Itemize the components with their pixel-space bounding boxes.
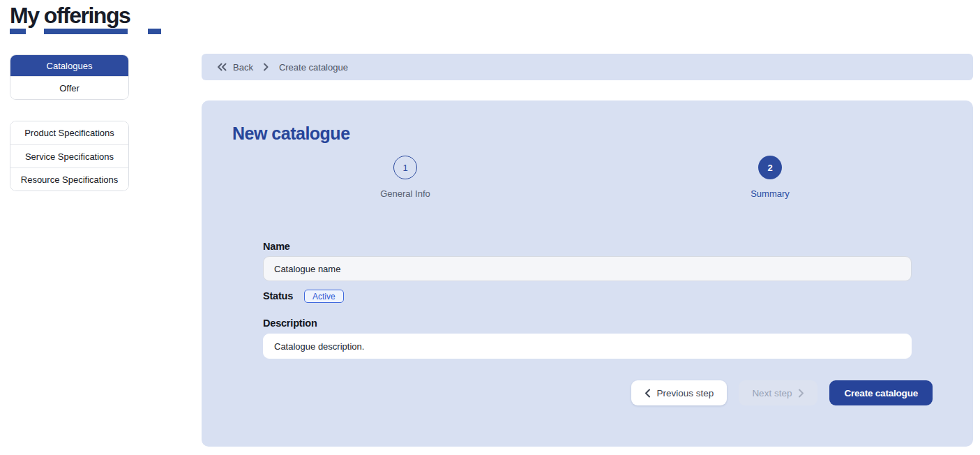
create-catalogue-button[interactable]: Create catalogue bbox=[829, 380, 933, 405]
create-catalogue-panel: New catalogue 1 General Info 2 Summary N… bbox=[202, 100, 973, 447]
breadcrumb: Back Create catalogue bbox=[202, 54, 973, 80]
logo-underline-bars bbox=[10, 29, 130, 35]
status-badge: Active bbox=[304, 290, 344, 303]
page-title: New catalogue bbox=[232, 124, 350, 144]
sidebar-item-catalogues[interactable]: Catalogues bbox=[10, 55, 128, 76]
logo-underline-bar bbox=[148, 29, 161, 34]
sidebar-item-service-specifications[interactable]: Service Specifications bbox=[10, 144, 128, 167]
step-1-label: General Info bbox=[349, 188, 461, 199]
name-label: Name bbox=[263, 241, 290, 252]
step-2-label: Summary bbox=[714, 188, 826, 199]
sidebar-item-product-specifications[interactable]: Product Specifications bbox=[10, 121, 128, 144]
step-2-circle: 2 bbox=[758, 156, 782, 179]
back-label: Back bbox=[233, 62, 253, 73]
next-step-button[interactable]: Next step bbox=[739, 380, 817, 405]
description-label: Description bbox=[263, 318, 317, 329]
logo-underline-bar bbox=[44, 29, 128, 34]
logo-underline-bar bbox=[10, 29, 26, 34]
main-content: Back Create catalogue New catalogue 1 Ge… bbox=[202, 54, 973, 447]
name-field[interactable] bbox=[263, 256, 912, 281]
sidebar-group-specifications: Product Specifications Service Specifica… bbox=[10, 121, 129, 191]
app-logo[interactable]: My offerings bbox=[10, 3, 130, 35]
sidebar-group-catalogues: Catalogues Offer bbox=[10, 54, 129, 100]
stepper-step-general-info[interactable]: 1 General Info bbox=[349, 156, 461, 199]
sidebar-item-resource-specifications[interactable]: Resource Specifications bbox=[10, 167, 128, 191]
chevron-right-icon bbox=[263, 63, 269, 71]
chevron-left-icon bbox=[644, 389, 651, 398]
sidebar-item-offer[interactable]: Offer bbox=[10, 76, 128, 99]
sidebar: Catalogues Offer Product Specifications … bbox=[10, 54, 129, 191]
next-step-label: Next step bbox=[752, 388, 792, 398]
previous-step-button[interactable]: Previous step bbox=[631, 380, 728, 405]
app-logo-text: My offerings bbox=[10, 3, 130, 28]
back-button[interactable]: Back bbox=[217, 62, 253, 73]
double-chevron-left-icon bbox=[217, 63, 227, 71]
step-1-circle: 1 bbox=[393, 156, 417, 179]
action-buttons: Previous step Next step Create catalogue bbox=[631, 380, 933, 405]
breadcrumb-current: Create catalogue bbox=[279, 62, 348, 73]
chevron-right-icon bbox=[798, 389, 804, 398]
stepper-step-summary[interactable]: 2 Summary bbox=[714, 156, 826, 199]
description-field[interactable] bbox=[263, 334, 912, 359]
previous-step-label: Previous step bbox=[657, 388, 714, 398]
create-catalogue-label: Create catalogue bbox=[844, 388, 918, 398]
status-label: Status bbox=[263, 290, 293, 301]
